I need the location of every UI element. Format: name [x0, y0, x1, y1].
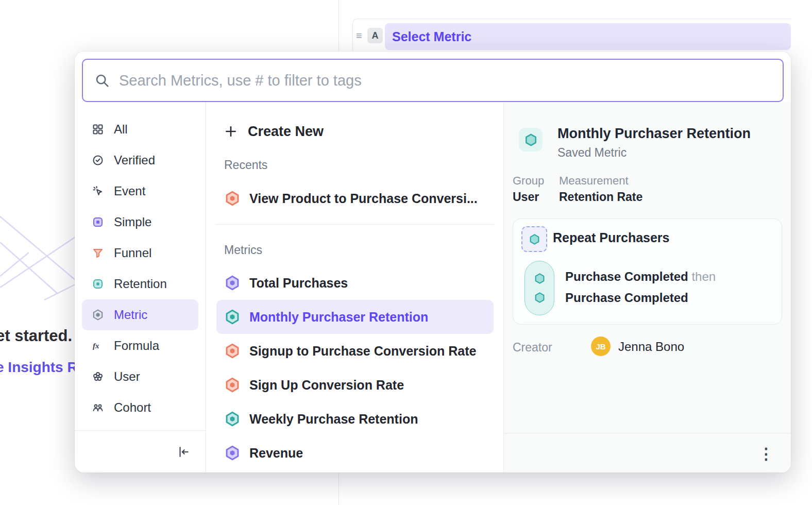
- sidebar-item-verified[interactable]: Verified: [82, 145, 198, 176]
- grid-icon: [91, 123, 105, 136]
- simple-icon: [91, 215, 105, 229]
- retention-metric-hexagon-icon: [224, 309, 241, 325]
- filter-sidebar: All Verified Event: [75, 102, 206, 473]
- sidebar-item-label: Simple: [114, 215, 151, 229]
- search-input[interactable]: [119, 72, 771, 89]
- simple-metric-hexagon-icon: [224, 445, 241, 461]
- sidebar-item-label: User: [114, 369, 140, 384]
- group-value: User: [513, 190, 539, 204]
- recents-header: Recents: [224, 157, 267, 173]
- metric-list-column: Create New Recents View Product to Purch…: [206, 102, 504, 473]
- recent-item-label: View Product to Purchase Conversi...: [249, 191, 478, 206]
- funnel-metric-hexagon-icon: [224, 377, 241, 393]
- metric-definition-card: Repeat Purchasers Purchase Completed the…: [513, 218, 782, 325]
- drag-handle-icon[interactable]: ≡: [356, 28, 362, 43]
- event-icon: [91, 184, 105, 198]
- sidebar-footer: [75, 430, 206, 473]
- metric-row-panel: ≡ A Select Metric: [352, 19, 792, 52]
- avatar: JB: [591, 336, 611, 356]
- event-hexagon-icon: [534, 292, 546, 304]
- cohort-people-icon: [91, 401, 105, 414]
- sidebar-item-simple[interactable]: Simple: [82, 207, 198, 238]
- sidebar-item-funnel[interactable]: Funnel: [82, 238, 198, 268]
- metric-item-label: Weekly Purchase Retention: [249, 412, 418, 427]
- step-2-event: Purchase Completed: [565, 291, 688, 305]
- search-icon: [94, 73, 110, 88]
- metric-item-weekly-purchase-retention[interactable]: Weekly Purchase Retention: [216, 402, 494, 436]
- background-heading-text: et started.: [0, 327, 72, 345]
- preview-footer: ⋮: [504, 433, 791, 473]
- sidebar-item-label: Event: [114, 184, 145, 198]
- create-new-button[interactable]: Create New: [224, 120, 324, 143]
- metric-item-label: Sign Up Conversion Rate: [249, 378, 404, 393]
- plus-icon: [224, 125, 238, 138]
- sidebar-item-retention[interactable]: Retention: [82, 268, 198, 299]
- retention-icon: [91, 277, 105, 291]
- collapse-left-icon[interactable]: [175, 443, 192, 461]
- search-bar: [82, 59, 784, 102]
- filter-list: All Verified Event: [75, 114, 206, 423]
- formula-icon: fx: [91, 339, 105, 352]
- step-1-event: Purchase Completed: [565, 270, 688, 283]
- funnel-icon: [91, 246, 105, 260]
- sidebar-item-label: Funnel: [114, 246, 151, 260]
- creator-label: Creator: [513, 340, 552, 355]
- select-metric-button[interactable]: Select Metric: [385, 23, 791, 50]
- metric-item-label: Revenue: [249, 446, 303, 461]
- metric-item-label: Signup to Purchase Conversion Rate: [249, 344, 476, 359]
- definition-title: Repeat Purchasers: [553, 229, 670, 246]
- sidebar-item-cohort[interactable]: Cohort: [82, 392, 198, 423]
- retention-metric-hexagon-icon: [519, 128, 543, 152]
- simple-metric-hexagon-icon: [224, 275, 241, 291]
- metric-item-monthly-purchaser-retention[interactable]: Monthly Purchaser Retention: [216, 300, 494, 334]
- sidebar-item-user[interactable]: User: [82, 361, 198, 392]
- sidebar-item-all[interactable]: All: [82, 114, 198, 145]
- sidebar-item-label: Formula: [114, 339, 159, 353]
- funnel-metric-hexagon-icon: [224, 343, 241, 359]
- metric-hexagon-icon: [91, 308, 105, 322]
- sidebar-item-label: Metric: [114, 308, 147, 322]
- metric-item-sign-up-conversion-rate[interactable]: Sign Up Conversion Rate: [216, 368, 494, 402]
- metric-list: Total Purchases Monthly Purchaser Retent…: [216, 266, 494, 470]
- step-1-connector: then: [691, 270, 716, 283]
- metric-item-revenue[interactable]: Revenue: [216, 436, 494, 470]
- preview-title: Monthly Purchaser Retention: [557, 125, 751, 142]
- creator-name: Jenna Bono: [618, 339, 684, 355]
- verified-icon: [91, 154, 105, 167]
- screen: et started. e Insights Re ≡ A Select Met…: [0, 0, 812, 505]
- event-sequence-pill: [525, 261, 554, 315]
- sidebar-item-label: Verified: [114, 153, 155, 167]
- event-hexagon-icon: [534, 273, 546, 284]
- row-letter-badge: A: [367, 28, 383, 43]
- metric-item-total-purchases[interactable]: Total Purchases: [216, 266, 494, 300]
- retention-metric-hexagon-icon: [224, 411, 241, 427]
- metric-item-label: Monthly Purchaser Retention: [249, 310, 428, 325]
- metric-preview-panel: Monthly Purchaser Retention Saved Metric…: [504, 102, 791, 473]
- sidebar-item-formula[interactable]: fx Formula: [82, 330, 198, 361]
- funnel-metric-hexagon-icon: [224, 190, 241, 207]
- select-metric-label: Select Metric: [392, 29, 471, 44]
- metrics-header: Metrics: [224, 242, 262, 258]
- sidebar-item-label: Retention: [114, 277, 167, 291]
- sidebar-item-event[interactable]: Event: [82, 176, 198, 207]
- measurement-value: Retention Rate: [559, 190, 642, 204]
- list-divider: [215, 224, 494, 225]
- user-flower-icon: [91, 370, 105, 383]
- metric-item-label: Total Purchases: [249, 276, 348, 291]
- sidebar-item-label: All: [114, 122, 128, 137]
- svg-text:fx: fx: [93, 342, 99, 350]
- definition-step-2: Purchase Completed: [565, 290, 688, 306]
- definition-step-1: Purchase Completed then: [565, 269, 716, 284]
- preview-subtitle: Saved Metric: [557, 145, 627, 160]
- background-link-text[interactable]: e Insights Re: [0, 359, 86, 376]
- metric-picker-modal: All Verified Event: [75, 52, 791, 473]
- create-new-label: Create New: [248, 124, 324, 140]
- sidebar-item-label: Cohort: [114, 400, 151, 415]
- kebab-menu-icon[interactable]: ⋮: [757, 444, 775, 463]
- metric-item-signup-to-purchase-conversion-rate[interactable]: Signup to Purchase Conversion Rate: [216, 334, 494, 368]
- measurement-label: Measurement: [559, 174, 629, 188]
- group-label: Group: [513, 174, 544, 188]
- recent-item[interactable]: View Product to Purchase Conversi...: [216, 182, 494, 214]
- cohort-hexagon-icon: [521, 226, 547, 252]
- sidebar-item-metric[interactable]: Metric: [82, 299, 198, 330]
